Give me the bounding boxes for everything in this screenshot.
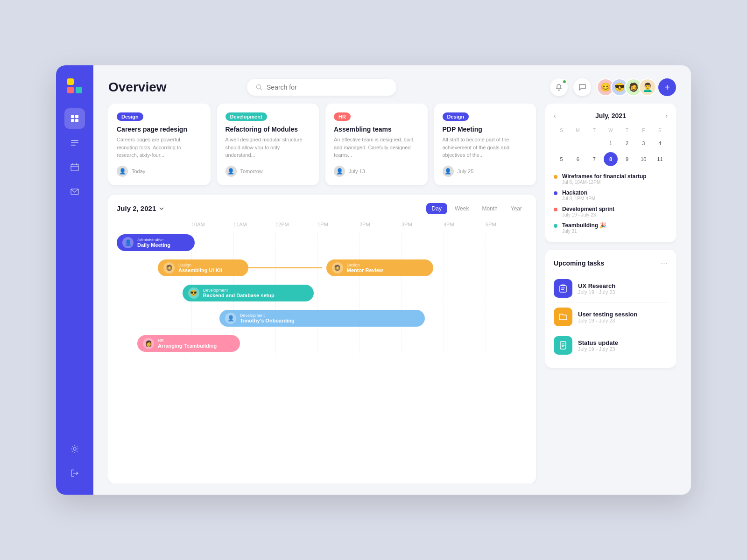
- gantt-bar-category: Design: [178, 263, 222, 267]
- event-dot: [554, 191, 557, 195]
- timeline-date[interactable]: July 2, 2021: [117, 204, 164, 212]
- card-desc: An effective team is designed, built, an…: [334, 136, 419, 159]
- gantt-bar-teambuilding[interactable]: 👩 HR Arranging Teambuilding: [137, 335, 240, 352]
- cal-day[interactable]: 3: [636, 136, 650, 150]
- svg-line-19: [261, 89, 262, 91]
- gantt-bar-avatar: 😎: [188, 287, 199, 299]
- add-user-button[interactable]: +: [658, 78, 676, 96]
- search-input[interactable]: [267, 84, 388, 91]
- card-title: Assembling teams: [334, 126, 419, 133]
- view-tab-day[interactable]: Day: [426, 203, 447, 214]
- task-item: Status update July 19 - July 23: [554, 331, 668, 359]
- search-icon: [255, 84, 263, 91]
- avatar[interactable]: 👨‍🦱: [639, 78, 656, 96]
- event-dot: [554, 224, 557, 228]
- svg-rect-6: [71, 119, 74, 122]
- gantt-bar-administrative[interactable]: 👤 Administrative Daily Meeting: [117, 234, 195, 251]
- calendar-grid: S M T W T F S 1 2 3 4: [554, 126, 668, 167]
- sidebar-item-mail[interactable]: [64, 181, 85, 202]
- svg-rect-5: [75, 115, 78, 118]
- cal-day-today[interactable]: 8: [604, 152, 618, 166]
- cal-day[interactable]: 5: [555, 152, 569, 166]
- left-panel: Design Careers page redesign Careers pag…: [108, 104, 545, 483]
- card-title: Refactoring of Modules: [226, 126, 311, 133]
- calendar-prev-button[interactable]: ‹: [554, 112, 556, 119]
- right-panel: ‹ July, 2021 › S M T W T F S: [545, 104, 676, 483]
- card-tag: HR: [334, 112, 351, 121]
- message-button[interactable]: [573, 78, 591, 96]
- task-date: July 19 - July 23: [578, 318, 637, 323]
- card-footer: 👤 Today: [117, 166, 202, 177]
- gantt-bar-label: Administrative Daily Meeting: [137, 238, 170, 248]
- cal-day[interactable]: 1: [604, 136, 618, 150]
- card-footer: 👤 Tomorrow: [226, 166, 311, 177]
- tasks-title: Upcoming tasks: [554, 259, 604, 267]
- cal-day[interactable]: 10: [636, 152, 650, 166]
- card-tag: Development: [226, 112, 267, 121]
- sidebar-item-settings[interactable]: [64, 439, 85, 459]
- task-item: User testing session July 19 - July 23: [554, 303, 668, 331]
- cal-day[interactable]: 6: [571, 152, 585, 166]
- svg-rect-9: [71, 142, 78, 143]
- cal-day[interactable]: 11: [653, 152, 667, 166]
- svg-rect-10: [71, 145, 76, 146]
- card-title: Careers page redesign: [117, 126, 202, 133]
- sidebar-item-logout[interactable]: [64, 463, 85, 483]
- card-avatar: 👤: [226, 166, 237, 177]
- cal-day[interactable]: 9: [620, 152, 634, 166]
- task-name: User testing session: [578, 311, 637, 318]
- card-title: PDP Meeting: [443, 126, 528, 133]
- gantt-bar-onboarding[interactable]: 👤 Development Timothy's Onboarding: [219, 310, 425, 327]
- card-date: Today: [132, 168, 145, 174]
- gantt-bar-backend[interactable]: 😎 Development Backend and Database setup: [183, 285, 314, 301]
- gantt-bar-avatar: 👩: [143, 338, 154, 349]
- event-info: Wireframes for financial startup Jul 8, …: [562, 173, 647, 185]
- gantt-rows-container: 👤 Administrative Daily Meeting: [117, 232, 528, 354]
- cal-day[interactable]: 2: [620, 136, 634, 150]
- cal-day-label: F: [636, 126, 651, 135]
- sidebar-item-calendar[interactable]: [64, 157, 85, 177]
- card-tag: Design: [117, 112, 143, 121]
- cal-day[interactable]: 7: [587, 152, 601, 166]
- time-label: 3PM: [402, 222, 444, 227]
- event-info: Development sprint July 19 - July 23: [562, 206, 614, 217]
- tasks-more-button[interactable]: ···: [661, 258, 668, 268]
- project-card: Development Refactoring of Modules A wel…: [217, 104, 319, 185]
- calendar-next-button[interactable]: ›: [665, 112, 668, 119]
- time-label: 12PM: [275, 222, 317, 227]
- task-info: Status update July 19 - July 23: [578, 339, 618, 352]
- document-icon: [558, 341, 568, 350]
- view-tab-week[interactable]: Week: [449, 203, 474, 214]
- search-bar[interactable]: [247, 79, 396, 96]
- card-desc: A well designed modular structure should…: [226, 136, 311, 159]
- gantt-bar-mentor-review[interactable]: 🧔 Design Mentor Review: [326, 259, 433, 276]
- card-desc: Careers pages are powerful recruiting to…: [117, 136, 202, 159]
- notification-button[interactable]: [550, 78, 568, 96]
- timeline-date-label: July 2, 2021: [117, 204, 156, 212]
- upcoming-tasks-widget: Upcoming tasks ···: [545, 250, 676, 368]
- view-tab-month[interactable]: Month: [476, 203, 503, 214]
- svg-rect-8: [71, 140, 78, 141]
- svg-rect-11: [71, 164, 78, 171]
- view-tab-year[interactable]: Year: [505, 203, 528, 214]
- card-avatar: 👤: [443, 166, 454, 177]
- gantt-bar-title: Daily Meeting: [137, 242, 170, 248]
- event-info: Teambuilding 🎉 July 31: [562, 222, 606, 234]
- cal-day-empty: [554, 136, 569, 151]
- cal-day-empty: [570, 136, 585, 151]
- sidebar-item-tasks[interactable]: [64, 133, 85, 153]
- card-desc: All staff to become part of the achievem…: [443, 136, 528, 159]
- sidebar-item-grid[interactable]: [64, 108, 85, 129]
- gantt-bar-category: Design: [347, 263, 383, 267]
- calendar-event: Development sprint July 19 - July 23: [554, 206, 668, 217]
- calendar-event: Hackaton Jul 8, 1PM-4PM: [554, 189, 668, 201]
- tasks-header: Upcoming tasks ···: [554, 258, 668, 268]
- cal-day[interactable]: 4: [653, 136, 667, 150]
- event-time: Jul 8, 1PM-4PM: [562, 196, 595, 201]
- task-name: Status update: [578, 339, 618, 346]
- timeline-section: July 2, 2021 Day Week Month Year: [108, 195, 536, 484]
- gantt-area: 10AM 11AM 12PM 1PM 2PM 3PM 4PM 5PM: [117, 222, 528, 358]
- gantt-bar-assembling[interactable]: 🧔 Design Assembling UI Kit: [158, 259, 248, 276]
- gantt-bar-category: HR: [158, 338, 217, 343]
- gantt-row: 👤 Development Timothy's Onboarding: [117, 308, 528, 329]
